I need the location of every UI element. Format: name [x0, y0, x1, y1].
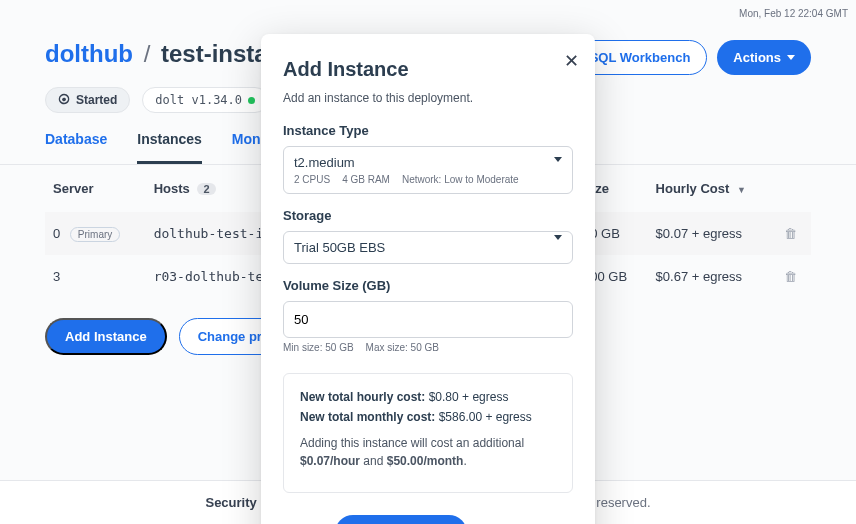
monthly-cost-value: $586.00 + egress: [439, 410, 532, 424]
instance-type-value: t2.medium: [294, 155, 562, 170]
storage-select[interactable]: Trial 50GB EBS: [283, 231, 573, 264]
spec-cpu: 2 CPUS: [294, 174, 330, 185]
hourly-cost-value: $0.80 + egress: [429, 390, 509, 404]
chevron-down-icon: [554, 240, 562, 256]
add-instance-modal: ✕ Add Instance Add an instance to this d…: [261, 34, 595, 524]
modal-subtitle: Add an instance to this deployment.: [283, 91, 573, 105]
monthly-cost-label: New total monthly cost:: [300, 410, 435, 424]
modal-title: Add Instance: [283, 58, 573, 81]
instance-type-select[interactable]: t2.medium 2 CPUS 4 GB RAM Network: Low t…: [283, 146, 573, 194]
hint-max: Max size: 50 GB: [366, 342, 439, 353]
chevron-down-icon: [554, 162, 562, 178]
cost-extra-text: Adding this instance will cost an additi…: [300, 434, 556, 470]
storage-value: Trial 50GB EBS: [294, 240, 562, 255]
hourly-cost-label: New total hourly cost:: [300, 390, 425, 404]
modal-submit-button[interactable]: Add Instance: [335, 515, 467, 524]
close-icon[interactable]: ✕: [564, 50, 579, 72]
cost-summary: New total hourly cost: $0.80 + egress Ne…: [283, 373, 573, 493]
volume-size-input[interactable]: [283, 301, 573, 338]
volume-size-label: Volume Size (GB): [283, 278, 573, 293]
spec-ram: 4 GB RAM: [342, 174, 390, 185]
hint-min: Min size: 50 GB: [283, 342, 354, 353]
spec-net: Network: Low to Moderate: [402, 174, 519, 185]
instance-type-label: Instance Type: [283, 123, 573, 138]
storage-label: Storage: [283, 208, 573, 223]
